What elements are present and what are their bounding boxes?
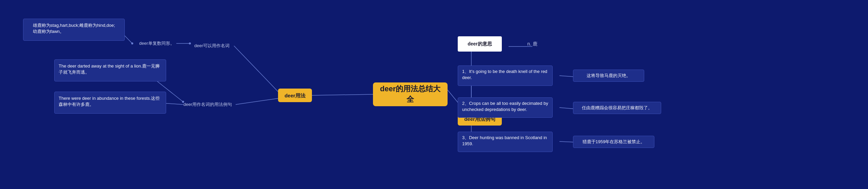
node-example-hunting: 3、Deer hunting was banned in Scotland in… — [458, 132, 553, 152]
node-deer-meaning-text: n. 鹿 — [519, 37, 546, 51]
node-translation-death-knell: 这将导致马鹿的灭绝。 — [573, 70, 644, 82]
node-deer-gender-terms: 雄鹿称为stag,hart,buck;雌鹿称为hind,doe;幼鹿称为fawn… — [23, 19, 125, 41]
svg-line-1 — [234, 46, 278, 92]
node-example-dart: The deer darted away at the sight of a l… — [54, 59, 166, 81]
node-example-crops: 2、Crops can be all too easily decimated … — [458, 97, 553, 118]
node-deer-noun-examples: deer用作名词的用法例句 — [178, 98, 237, 111]
node-deer-singular-plural: deer单复数同形。 — [132, 37, 181, 50]
center-node: deer的用法总结大全 — [373, 82, 448, 106]
node-deer-as-noun: deer可以用作名词 — [190, 40, 234, 52]
node-deer-meaning: deer的意思 — [458, 36, 502, 52]
node-translation-crops: 任由鹿糟蹋会很容易把庄稼都毁了。 — [573, 102, 661, 114]
svg-line-0 — [312, 94, 373, 95]
node-example-abundance: There were deer in abundance in these fo… — [54, 92, 166, 114]
svg-line-2 — [236, 98, 278, 105]
mind-map: deer的用法总结大全 deer用法 deer可以用作名词 deer单复数同形。… — [0, 0, 868, 189]
node-deer-usage: deer用法 — [278, 89, 312, 102]
node-translation-hunting: 猎鹿于1959年在苏格兰被禁止。 — [573, 136, 654, 148]
node-example-death-knell: 1、It's going to be the death knell of th… — [458, 65, 553, 86]
